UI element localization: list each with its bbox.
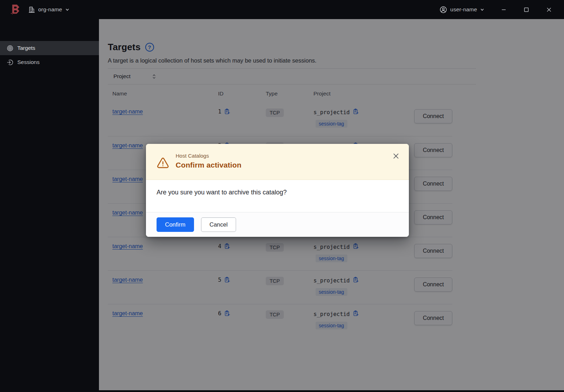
sidebar: Targets Sessions (0, 19, 99, 392)
dialog-body: Are you sure you want to archive this ca… (146, 180, 409, 212)
user-name-label: user-name (450, 6, 477, 13)
titlebar: org-name user-name (0, 0, 564, 19)
org-switcher[interactable]: org-name (28, 6, 69, 13)
alert-triangle-icon (156, 157, 170, 171)
user-menu[interactable]: user-name (440, 6, 484, 13)
org-name-label: org-name (38, 6, 62, 13)
boundary-logo-icon (11, 4, 20, 15)
confirm-dialog: Host Catalogs Confirm activation Are you… (146, 144, 409, 237)
sidebar-item-label: Sessions (17, 59, 40, 65)
close-icon[interactable] (546, 6, 552, 13)
building-icon (28, 6, 35, 13)
dialog-footer: Confirm Cancel (146, 212, 409, 237)
cancel-button[interactable]: Cancel (201, 217, 236, 232)
dialog-close-x-icon[interactable] (392, 152, 399, 159)
dialog-eyebrow: Host Catalogs (176, 153, 241, 159)
dialog-title: Confirm activation (176, 161, 241, 169)
dialog-header: Host Catalogs Confirm activation (146, 144, 409, 180)
maximize-icon[interactable] (523, 6, 529, 13)
sidebar-item-label: Targets (17, 45, 35, 51)
dialog-message: Are you sure you want to archive this ca… (157, 189, 398, 196)
sign-in-icon (7, 59, 13, 66)
confirm-button[interactable]: Confirm (157, 217, 194, 232)
target-icon (7, 45, 13, 52)
minimize-icon[interactable] (500, 6, 507, 13)
sidebar-item-targets[interactable]: Targets (0, 41, 99, 55)
sidebar-item-sessions[interactable]: Sessions (0, 55, 99, 69)
chevron-down-icon (65, 8, 69, 12)
chevron-down-icon (480, 8, 484, 12)
window-bottom-edge (0, 390, 564, 392)
app-window: org-name user-name (0, 0, 564, 392)
person-circle-icon (440, 6, 447, 13)
